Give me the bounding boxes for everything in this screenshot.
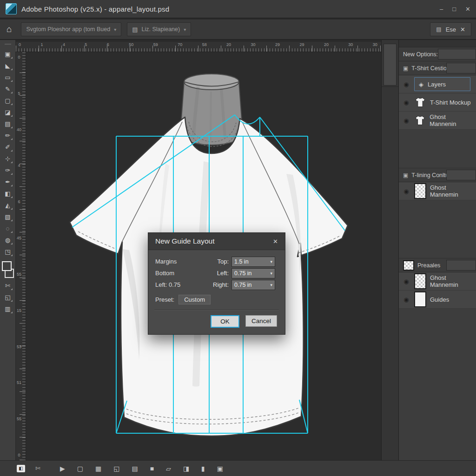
home-icon[interactable]: ⌂: [7, 24, 12, 34]
horizontal-ruler[interactable]: 014565059705820302929203030: [16, 42, 381, 52]
toolbar-tool[interactable]: ⊹: [1, 153, 14, 165]
photoshop-logo-icon: [6, 3, 17, 14]
left-margin-value: 0.75 in: [234, 270, 252, 277]
toolbar-tool[interactable]: ◱: [1, 291, 14, 303]
frame-icon[interactable]: ▢: [77, 465, 83, 472]
layer-label: Guides: [430, 296, 449, 303]
chevron-down-icon: ▾: [270, 271, 272, 276]
bar-icon[interactable]: ▮: [201, 465, 205, 472]
toolbar-tool[interactable]: ◍: [1, 234, 14, 246]
layer-row-tshirt-mockup[interactable]: ◉ T-Shirt Mockup: [399, 93, 476, 112]
maximize-button[interactable]: □: [452, 6, 456, 13]
toolbar-tool[interactable]: ▣: [1, 48, 14, 60]
visibility-eye-icon[interactable]: ◉: [402, 278, 410, 285]
layer-row-ghost-mannequin[interactable]: ◉ Ghost Mannenin: [399, 112, 476, 130]
toolbar-tool[interactable]: ◣: [1, 60, 14, 72]
tool-list-bottom: ✄ ◱ ▥: [1, 280, 14, 315]
vertical-ruler[interactable]: 0540464555155351550: [16, 52, 26, 460]
ok-button[interactable]: OK: [211, 315, 239, 328]
layer-row-layers[interactable]: ◉ ◈ Layers: [399, 75, 476, 93]
toolstrip-grip[interactable]: [5, 44, 11, 45]
panel-header-field[interactable]: [446, 260, 476, 271]
filmstrip-icon[interactable]: ▤: [132, 465, 138, 472]
toolbar-tool[interactable]: ▤: [1, 118, 14, 130]
panel-header-field[interactable]: [446, 63, 476, 73]
dialog-close-icon[interactable]: ✕: [273, 238, 278, 245]
toolbar-tool[interactable]: ✑: [1, 165, 14, 176]
path-select-tool-icon: ◭: [6, 202, 10, 209]
crop-corner-icon[interactable]: ◱: [113, 465, 119, 472]
eraser-tool-icon: ✐: [5, 144, 10, 151]
visibility-eye-icon[interactable]: ◉: [402, 99, 410, 106]
toolbar-tool[interactable]: ✏: [1, 130, 14, 141]
top-field-label: Top:: [209, 258, 229, 265]
edit-toolbar-tool-icon: ▥: [5, 305, 10, 312]
workspace-dropdown[interactable]: Svgtom Ploeshor app (tom Bued ▾: [21, 22, 121, 36]
scrollbar-thumb[interactable]: [383, 44, 397, 86]
dialog-body: Margins Top: 1.5 in ▾ Bottom Left: 0.75 …: [148, 250, 285, 334]
status-bar: ◧ ✄ ▶ ▢ ▦ ◱ ▤ ■ ▱ ◨ ▮ ▣: [0, 460, 476, 476]
cancel-button[interactable]: Cancel: [245, 315, 277, 327]
minimize-button[interactable]: –: [440, 6, 443, 13]
checkerboard-icon[interactable]: ▦: [95, 465, 101, 472]
left-field-label: Left:: [209, 270, 229, 277]
toolbar-tool[interactable]: ▢: [1, 95, 14, 106]
library-dropdown[interactable]: ▤ Liz. Slapieane) ▾: [127, 22, 191, 36]
top-margin-value: 1.5 in: [234, 258, 249, 265]
visibility-eye-icon[interactable]: ◉: [402, 81, 410, 88]
top-margin-dropdown[interactable]: 1.5 in ▾: [231, 257, 275, 267]
close-button[interactable]: ✕: [465, 6, 470, 13]
right-margin-dropdown[interactable]: 0.75 in ▾: [231, 280, 275, 290]
visibility-eye-icon[interactable]: ◉: [402, 188, 410, 195]
toolbar-tool[interactable]: ✄: [1, 280, 14, 291]
diamond-icon: ◈: [419, 81, 423, 88]
frame-tool-icon: ▤: [5, 120, 10, 127]
toolbar-tool[interactable]: ◭: [1, 199, 14, 211]
panel-filler: [399, 309, 476, 462]
workspace-dropdown-label: Svgtom Ploeshor app (tom Bued: [26, 26, 110, 33]
layer-row-ghost-mannequin-2[interactable]: ◉ Ghost Mannemin: [399, 182, 476, 200]
status-icon-row: ▶ ▢ ▦ ◱ ▤ ■ ▱ ◨ ▮ ▣: [60, 465, 223, 472]
dialog-row-preset: Preset: Custom: [155, 295, 278, 304]
toolbar-tool[interactable]: ✎: [1, 83, 14, 95]
toolbar-tool[interactable]: ▧: [1, 211, 14, 223]
toolbar-tool[interactable]: ◧: [1, 188, 14, 199]
half-square-icon[interactable]: ◨: [183, 465, 189, 472]
panel-header-new-options[interactable]: New Options:: [399, 47, 476, 61]
toolbar-tool[interactable]: ✐: [1, 141, 14, 153]
toolbar-tool[interactable]: ◌: [1, 223, 14, 234]
panel-subheader-tshirt[interactable]: ▣ T-Shirt Cestios: [399, 61, 476, 75]
toolbar-tool[interactable]: ◪: [1, 106, 14, 118]
preset-value-field[interactable]: Custom: [178, 295, 211, 304]
transform-tool-icon: ⊹: [5, 155, 10, 162]
color-swatches[interactable]: [2, 261, 14, 278]
framed-image-icon[interactable]: ▣: [217, 465, 223, 472]
panel-header-presets[interactable]: Preaales: [399, 258, 476, 272]
selected-layer-box[interactable]: ◈ Layers: [414, 77, 470, 91]
panel-header-field[interactable]: [438, 49, 476, 60]
panel-header-field[interactable]: [446, 170, 476, 180]
layer-row-ghost-mannequin-3[interactable]: ◉ Ghost Mannemin: [399, 272, 476, 291]
foreground-color-swatch[interactable]: [2, 261, 12, 271]
toolbar-tool[interactable]: ▭: [1, 72, 14, 83]
panel-header-tlining[interactable]: ▣ T-lining Conltus: [399, 168, 476, 182]
toolbar-tool[interactable]: ◳: [1, 246, 14, 258]
panel-header-label: New Options:: [403, 51, 438, 58]
layer-row-guides[interactable]: ◉ Guides: [399, 291, 476, 309]
shape-icon[interactable]: ■: [150, 465, 154, 472]
toolbar-tool[interactable]: ▥: [1, 303, 14, 315]
close-icon[interactable]: ✕: [460, 26, 465, 33]
document-chip-icon[interactable]: ◧: [17, 465, 25, 472]
play-icon[interactable]: ▶: [60, 465, 65, 472]
dialog-title-bar[interactable]: New Guide Layout ✕: [148, 233, 285, 250]
skew-icon[interactable]: ▱: [166, 465, 171, 472]
visibility-eye-icon[interactable]: ◉: [402, 117, 410, 124]
esc-button[interactable]: ▤ Ese ✕: [430, 22, 471, 36]
toolbar-tool[interactable]: ✒: [1, 176, 14, 188]
white-thumbnail: [414, 291, 426, 307]
vertical-scrollbar[interactable]: [381, 40, 399, 460]
scissors-icon[interactable]: ✄: [35, 465, 40, 472]
crop-tool-icon: ▢: [5, 97, 10, 104]
left-margin-dropdown[interactable]: 0.75 in ▾: [231, 268, 275, 278]
visibility-eye-icon[interactable]: ◉: [402, 296, 410, 303]
